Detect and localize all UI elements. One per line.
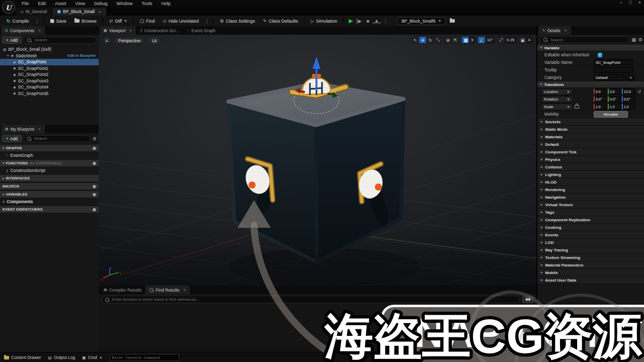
grid-snap-value[interactable]: 5	[469, 38, 474, 42]
details-search[interactable]	[540, 36, 629, 43]
tab-m-general[interactable]: ⚠ M_General	[15, 8, 52, 16]
variables-header[interactable]: ▾ VARIABLES ⊕	[0, 191, 99, 198]
transform-section-header[interactable]: ▾ Transform	[537, 81, 644, 88]
tab-event-graph[interactable]: ∷ Event Graph	[183, 26, 219, 35]
details-section-hlod[interactable]: ▸HLOD	[537, 178, 644, 186]
output-log-button[interactable]: ▤ Output Log	[48, 355, 75, 360]
add-blueprint-item-button[interactable]: + Add	[2, 135, 22, 142]
event-dispatchers-header[interactable]: EVENT DISPATCHERS ⊕	[0, 206, 99, 213]
menu-asset[interactable]: Asset	[50, 0, 71, 8]
debug-browse-button[interactable]	[446, 16, 458, 26]
graphs-header[interactable]: ▾ GRAPHS ⊕	[0, 145, 99, 152]
category-dropdown[interactable]: Default	[594, 74, 624, 80]
gear-icon[interactable]: ⚙	[638, 37, 642, 42]
details-section-events[interactable]: ▸Events	[537, 231, 644, 239]
rotation-z-field[interactable]: 0.0°	[622, 96, 635, 102]
tab-my-blueprint[interactable]: ▤ My Blueprint ×	[1, 125, 45, 133]
category-dropdown-arrow[interactable]: ▾	[625, 74, 635, 80]
details-section-default[interactable]: ▸Default	[537, 141, 644, 148]
hide-unrelated-options-icon[interactable]: ⋮	[203, 19, 211, 24]
gear-icon[interactable]: ⚙	[93, 136, 97, 141]
rotation-x-field[interactable]: 0.0°	[594, 96, 607, 102]
add-component-button[interactable]: + Add	[2, 36, 22, 44]
details-section-collision[interactable]: ▸Collision	[537, 163, 644, 171]
tab-components[interactable]: ⊟ Components ×	[1, 26, 45, 35]
scale-z-field[interactable]: 1.0	[622, 104, 635, 110]
menu-debug[interactable]: Debug	[90, 0, 112, 8]
details-section-physics[interactable]: ▸Physics	[537, 156, 644, 163]
class-defaults-button[interactable]: ✎ Class Defaults	[260, 16, 302, 26]
editable-checkbox[interactable]: ✓	[598, 53, 602, 57]
perspective-button[interactable]: Perspective	[114, 37, 145, 44]
location-x-field[interactable]: 0.0	[594, 88, 607, 95]
scale-snap-icon[interactable]: ⤢	[498, 37, 505, 43]
details-section-component-replication[interactable]: ▸Component Replication	[537, 216, 644, 224]
details-section-sockets[interactable]: ▸Sockets	[537, 118, 644, 126]
move-tool-icon[interactable]: ✛	[419, 37, 426, 43]
rotation-snap-value[interactable]: 10°	[486, 38, 495, 42]
save-button[interactable]: Save	[47, 16, 70, 26]
add-variable-icon[interactable]: ⊕	[92, 192, 96, 197]
details-section-mobile[interactable]: ▸Mobile	[537, 269, 644, 277]
macros-header[interactable]: MACROS ⊕	[0, 183, 99, 190]
scale-dropdown[interactable]: Scale▼	[541, 104, 573, 110]
scale-y-field[interactable]: 1.0	[608, 104, 621, 110]
menu-file[interactable]: File	[17, 0, 34, 8]
unreal-logo-icon[interactable]: U	[2, 1, 15, 14]
close-icon[interactable]: ×	[99, 10, 101, 14]
world-space-icon[interactable]: ⊕	[444, 37, 451, 43]
rotate-tool-icon[interactable]: ↻	[427, 37, 434, 43]
debug-object-dropdown[interactable]: BP_Block_Small9 ▼	[397, 17, 446, 25]
details-section-tags[interactable]: ▸Tags	[537, 209, 644, 216]
find-in-blueprints-button[interactable]	[522, 296, 533, 303]
tree-row-self[interactable]: ◍ BP_Block_Small (Self)	[0, 46, 99, 53]
scale-tool-icon[interactable]: ⤡	[434, 37, 441, 43]
construction-script-item[interactable]: ƒ ConstructionScript	[0, 167, 99, 174]
details-search-input[interactable]	[549, 37, 625, 43]
details-section-virtual-texture[interactable]: ▸Virtual Texture	[537, 201, 644, 209]
scale-x-field[interactable]: 1.0	[594, 104, 607, 110]
tree-row-snappoint[interactable]: ◈ SC_SnapPoint	[0, 59, 99, 65]
cmd-dropdown[interactable]: ▣ Cmd ▼	[82, 355, 102, 360]
details-section-texture-streaming[interactable]: ▸Texture Streaming	[537, 254, 644, 261]
details-section-lighting[interactable]: ▸Lighting	[537, 171, 644, 178]
tree-row-staticmesh[interactable]: ▾ ◈ StaticMesh Edit in Blueprint	[0, 53, 99, 59]
play-options-icon[interactable]: ⋮	[382, 19, 389, 24]
viewport-options-menu[interactable]: ≡	[103, 37, 111, 44]
find-button[interactable]: Find	[136, 16, 158, 26]
surface-snap-icon[interactable]: ⇱	[452, 37, 459, 43]
components-search[interactable]	[24, 37, 97, 44]
find-references-search[interactable]	[102, 296, 520, 303]
minimize-button[interactable]: –	[620, 0, 622, 5]
grid-snap-icon[interactable]: ▦	[462, 37, 469, 43]
close-icon[interactable]: ×	[184, 288, 186, 292]
variable-name-field[interactable]: SC_SnapPoint	[594, 59, 633, 65]
tab-bp-block-small[interactable]: BP_Block_Small ×	[52, 8, 107, 16]
location-z-field[interactable]: 12.5	[622, 88, 635, 95]
compile-button[interactable]: ↻ Compile	[3, 16, 33, 26]
reset-icon[interactable]: ↺	[637, 89, 641, 94]
rotation-snap-icon[interactable]: ∠	[478, 37, 485, 43]
my-blueprint-search[interactable]	[24, 135, 91, 142]
menu-edit[interactable]: Edit	[34, 0, 51, 8]
location-dropdown[interactable]: Location▼	[541, 88, 573, 95]
diff-button[interactable]: ⇄ Diff ▼	[106, 16, 131, 26]
menu-tools[interactable]: Tools	[137, 0, 156, 8]
tree-row-snappoint1[interactable]: ◈ SC_SnapPoint1	[0, 65, 99, 72]
my-blueprint-search-input[interactable]	[33, 136, 87, 141]
details-section-component-tick[interactable]: ▸Component Tick	[537, 148, 644, 156]
play-button[interactable]: ▶	[346, 18, 355, 24]
variable-section-header[interactable]: ▾ Variable	[537, 45, 644, 51]
functions-header[interactable]: ▾ FUNCTIONS (41 OVERRIDABLE) ⊕	[0, 160, 99, 167]
details-section-lod[interactable]: ▸LOD	[537, 239, 644, 246]
scale-snap-value[interactable]: 0.25	[505, 38, 516, 42]
simulation-button[interactable]: ▷ Simulation	[307, 16, 341, 26]
details-section-asset-user-data[interactable]: ▸Asset User Data	[537, 277, 644, 284]
tree-row-snappoint4[interactable]: ◈ SC_SnapPoint4	[0, 84, 99, 90]
close-icon[interactable]: ×	[38, 127, 41, 131]
details-section-materials[interactable]: ▸Materials	[537, 133, 644, 141]
tab-find-results[interactable]: Find Results ×	[145, 286, 190, 294]
lock-icon[interactable]	[575, 105, 579, 109]
tab-compiler-results[interactable]: ▤ Compiler Results	[100, 286, 145, 294]
console-command-input[interactable]: Enter Console Command	[110, 354, 179, 361]
